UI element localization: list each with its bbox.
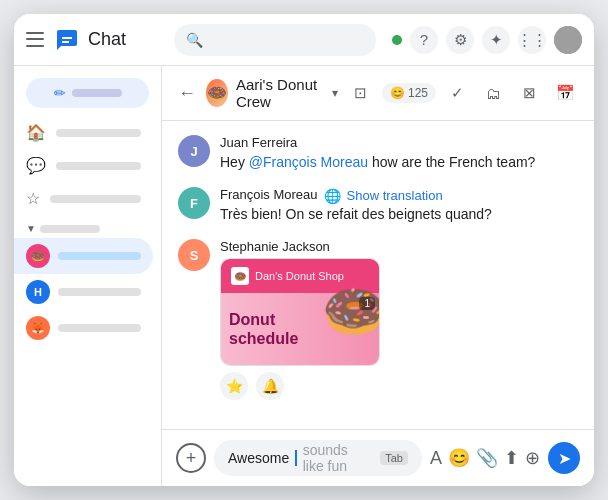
star-card-button[interactable]: ⭐: [220, 372, 248, 400]
h-avatar: H: [26, 280, 50, 304]
sidebar-item-home[interactable]: 🏠: [14, 116, 153, 149]
sidebar: ✏ 🏠 💬 ☆ ▼ �: [14, 66, 162, 486]
help-icon[interactable]: ?: [410, 26, 438, 54]
text-after: how are the French team?: [372, 154, 535, 170]
input-text: Awesome: [228, 450, 289, 466]
messages-container: J Juan Ferreira Hey @François Moreau how…: [162, 121, 594, 429]
input-actions: A 😊 📎 ⬆ ⊕: [430, 447, 540, 469]
send-icon: ➤: [558, 449, 571, 468]
top-bar-left: Chat: [26, 27, 166, 53]
card-title: Donutschedule: [221, 302, 306, 356]
calendar-button[interactable]: 📅: [550, 78, 580, 108]
chat-icon: 💬: [26, 156, 46, 175]
hamburger-menu-icon[interactable]: [26, 30, 46, 50]
chat-area: ← 🍩 Aari's Donut Crew ▾ ⊡ 😊 125 ✓ 🗂 ⊠ 📅: [162, 66, 594, 486]
format-text-icon[interactable]: A: [430, 448, 442, 469]
card-body: Donutschedule 🍩 1: [221, 293, 379, 365]
reaction-count: 125: [408, 86, 428, 100]
app-window: Chat 🔍 ? ⚙ ✦ ⋮⋮ ✏ 🏠: [14, 14, 594, 486]
tab-badge: Tab: [380, 451, 408, 465]
table-row: S Stephanie Jackson 🍩 Dan's Donut Shop D…: [178, 239, 578, 400]
section-title-bar: [40, 225, 100, 233]
archive-button[interactable]: ⊠: [514, 78, 544, 108]
attachment-icon[interactable]: 📎: [476, 447, 498, 469]
chat-header-actions: ⊡ 😊 125 ✓ 🗂 ⊠ 📅: [346, 78, 580, 108]
mention-link[interactable]: @François Moreau: [249, 154, 368, 170]
grid-icon[interactable]: ⋮⋮: [518, 26, 546, 54]
message-text: Hey @François Moreau how are the French …: [220, 152, 578, 173]
compose-label-bar: [72, 89, 122, 97]
input-bar: + Awesome sounds like fun Tab A 😊 📎 ⬆ ⊕ …: [162, 429, 594, 486]
user-avatar[interactable]: [554, 26, 582, 54]
status-indicator: [392, 35, 402, 45]
add-attachment-button[interactable]: +: [176, 443, 206, 473]
more-icon[interactable]: ⊕: [525, 447, 540, 469]
message-sender: Stephanie Jackson: [220, 239, 578, 254]
bell-card-button[interactable]: 🔔: [256, 372, 284, 400]
donut-crew-label: [58, 252, 141, 260]
avatar: F: [178, 187, 210, 219]
sidebar-item-starred[interactable]: ☆: [14, 182, 153, 215]
top-bar: Chat 🔍 ? ⚙ ✦ ⋮⋮: [14, 14, 594, 66]
reaction-count-button[interactable]: 😊 125: [382, 83, 436, 103]
status-dot: [392, 35, 402, 45]
table-row: F François Moreau 🌐 Show translation Trè…: [178, 187, 578, 225]
sidebar-item-chat[interactable]: 💬: [14, 149, 153, 182]
message-content: Stephanie Jackson 🍩 Dan's Donut Shop Don…: [220, 239, 578, 400]
check-button[interactable]: ✓: [442, 78, 472, 108]
show-translation-link[interactable]: Show translation: [347, 188, 443, 203]
h-label: [58, 288, 141, 296]
chat-label: [56, 162, 141, 170]
section-header[interactable]: ▼: [14, 219, 161, 238]
settings-icon[interactable]: ⚙: [446, 26, 474, 54]
shop-icon: 🍩: [231, 267, 249, 285]
donut-crew-avatar: 🍩: [26, 244, 50, 268]
reaction-icon: 😊: [390, 86, 405, 100]
expand-button[interactable]: ⊡: [346, 78, 376, 108]
message-input[interactable]: Awesome sounds like fun Tab: [214, 440, 422, 476]
translate-icon: 🌐: [324, 188, 341, 204]
search-icon: 🔍: [186, 32, 203, 48]
text-cursor: [295, 450, 296, 466]
message-sender: Juan Ferreira: [220, 135, 578, 150]
main-content: ✏ 🏠 💬 ☆ ▼ �: [14, 66, 594, 486]
emoji-icon[interactable]: 😊: [448, 447, 470, 469]
star-icon: ☆: [26, 189, 40, 208]
starred-label: [50, 195, 141, 203]
sender-row: François Moreau 🌐 Show translation: [220, 187, 578, 204]
home-label: [56, 129, 141, 137]
top-bar-right: ? ⚙ ✦ ⋮⋮: [392, 26, 582, 54]
sparkle-icon[interactable]: ✦: [482, 26, 510, 54]
chat-header: ← 🍩 Aari's Donut Crew ▾ ⊡ 😊 125 ✓ 🗂 ⊠ 📅: [162, 66, 594, 121]
send-button[interactable]: ➤: [548, 442, 580, 474]
message-content: François Moreau 🌐 Show translation Très …: [220, 187, 578, 225]
upload-icon[interactable]: ⬆: [504, 447, 519, 469]
message-content: Juan Ferreira Hey @François Moreau how a…: [220, 135, 578, 173]
group-avatar: 🍩: [206, 79, 228, 107]
sidebar-item-emoji1[interactable]: 🦊: [14, 310, 153, 346]
home-icon: 🏠: [26, 123, 46, 142]
compose-icon: ✏: [54, 85, 66, 101]
donut-schedule-card[interactable]: 🍩 Dan's Donut Shop Donutschedule 🍩 1: [220, 258, 380, 366]
compose-button[interactable]: ✏: [26, 78, 149, 108]
back-button[interactable]: ←: [176, 81, 198, 106]
section-chevron-icon: ▼: [26, 223, 36, 234]
group-dropdown-icon[interactable]: ▾: [332, 86, 338, 100]
app-title: Chat: [88, 29, 126, 50]
app-logo: [54, 27, 80, 53]
chat-name: Aari's Donut Crew ▾: [236, 76, 338, 110]
card-number: 1: [359, 297, 375, 310]
donut-image: 🍩: [322, 281, 380, 342]
input-suggestion: sounds like fun: [303, 442, 373, 474]
table-row: J Juan Ferreira Hey @François Moreau how…: [178, 135, 578, 173]
sidebar-item-h[interactable]: H: [14, 274, 153, 310]
avatar: S: [178, 239, 210, 271]
folder-button[interactable]: 🗂: [478, 78, 508, 108]
sidebar-item-donut-crew[interactable]: 🍩: [14, 238, 153, 274]
search-bar[interactable]: 🔍: [174, 24, 376, 56]
emoji1-avatar: 🦊: [26, 316, 50, 340]
text-before: Hey: [220, 154, 249, 170]
message-text: Très bien! On se refait des beignets qua…: [220, 204, 578, 225]
card-actions: ⭐ 🔔: [220, 372, 578, 400]
emoji1-label: [58, 324, 141, 332]
